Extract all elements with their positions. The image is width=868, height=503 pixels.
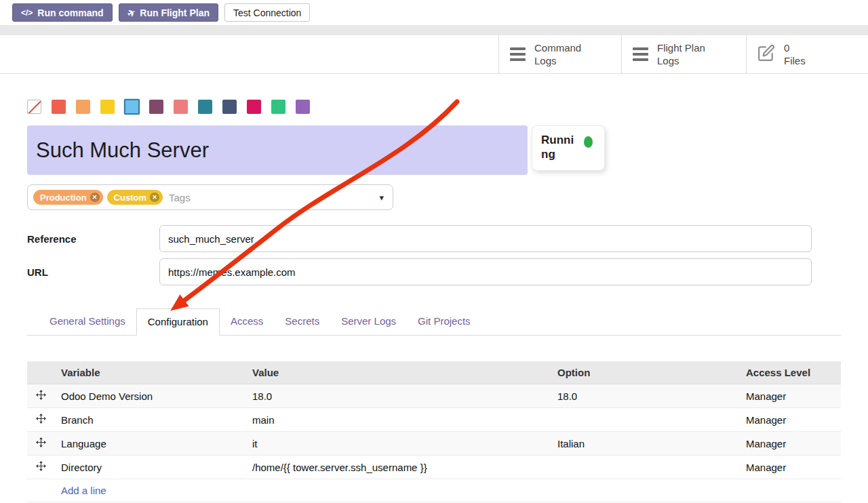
- menu-icon: [633, 47, 648, 61]
- configuration-table: VariableValueOptionAccess Level Odoo Dem…: [27, 361, 841, 502]
- empty-cell: [27, 479, 54, 502]
- add-line-row: Add a line: [27, 479, 841, 502]
- code-icon: </>: [21, 8, 33, 18]
- color-swatch-salmon[interactable]: [174, 100, 188, 114]
- tab-configuration[interactable]: Configuration: [136, 308, 220, 336]
- stat-label: Flight PlanLogs: [657, 41, 705, 68]
- title-row: Such Much Server Running: [27, 125, 841, 175]
- tags-placeholder: Tags: [169, 192, 191, 203]
- color-swatch-teal[interactable]: [198, 100, 212, 114]
- cell-variable[interactable]: Language: [54, 432, 245, 456]
- stat-button-flight-plan-logs[interactable]: Flight PlanLogs: [621, 35, 746, 73]
- configuration-table-wrap: VariableValueOptionAccess Level Odoo Dem…: [27, 361, 841, 502]
- table-header: VariableValueOptionAccess Level: [27, 361, 841, 384]
- form-sheet: Such Much Server Running Production✕Cust…: [0, 100, 868, 502]
- color-swatch-light-blue[interactable]: [124, 99, 140, 115]
- server-name-input[interactable]: Such Much Server: [27, 125, 528, 175]
- stat-label: CommandLogs: [534, 41, 581, 68]
- field-label-url: URL: [27, 266, 159, 278]
- tab-access[interactable]: Access: [220, 308, 274, 335]
- field-row-reference: Reference: [27, 225, 841, 252]
- cell-option[interactable]: [551, 408, 739, 432]
- tags-field[interactable]: Production✕Custom✕ Tags ▾: [27, 184, 393, 210]
- drag-handle-icon[interactable]: [27, 432, 54, 456]
- run-flight-plan-button[interactable]: ✈ Run Flight Plan: [119, 3, 218, 22]
- tag-production[interactable]: Production✕: [33, 190, 103, 205]
- cell-access_level[interactable]: Manager: [739, 456, 841, 479]
- cell-value[interactable]: /home/{{ tower.server.ssh_username }}: [245, 456, 551, 479]
- header-stat-buttons: CommandLogsFlight PlanLogs0Files: [498, 35, 868, 73]
- color-swatch-orange[interactable]: [76, 100, 90, 114]
- run-command-button[interactable]: </> Run command: [12, 3, 113, 22]
- tab-server-logs[interactable]: Server Logs: [330, 308, 407, 335]
- table-header-variable: Variable: [54, 361, 245, 384]
- table-header-handle: [27, 361, 54, 384]
- plane-icon: ✈: [125, 6, 138, 20]
- cell-value[interactable]: 18.0: [245, 384, 551, 408]
- drag-handle-icon[interactable]: [27, 408, 54, 432]
- status-dot-icon: [584, 136, 593, 148]
- cell-variable[interactable]: Directory: [54, 456, 245, 479]
- table-header-option: Option: [551, 361, 739, 384]
- cell-option[interactable]: Italian: [551, 432, 739, 456]
- tag-label: Production: [40, 193, 87, 203]
- record-header-bar: CommandLogsFlight PlanLogs0Files: [0, 35, 868, 74]
- stat-button-command-logs[interactable]: CommandLogs: [498, 35, 621, 73]
- field-input-url[interactable]: [159, 258, 812, 285]
- cell-option[interactable]: 18.0: [551, 384, 739, 408]
- color-swatch-purple[interactable]: [296, 100, 310, 114]
- table-row-branch: BranchmainManager: [27, 408, 841, 432]
- table-row-directory: Directory/home/{{ tower.server.ssh_usern…: [27, 456, 841, 479]
- cell-access_level[interactable]: Manager: [739, 408, 841, 432]
- notebook-tabs: General SettingsConfigurationAccessSecre…: [27, 308, 841, 336]
- cell-value[interactable]: it: [245, 432, 551, 456]
- tag-custom[interactable]: Custom✕: [107, 190, 163, 205]
- separator-strip: [0, 25, 868, 35]
- table-header-value: Value: [245, 361, 551, 384]
- color-picker: [27, 100, 841, 114]
- color-swatch-green[interactable]: [271, 100, 285, 114]
- cell-access_level[interactable]: Manager: [739, 432, 841, 456]
- test-connection-button[interactable]: Test Connection: [224, 3, 310, 22]
- color-swatch-none[interactable]: [27, 100, 41, 114]
- drag-handle-icon[interactable]: [27, 384, 54, 408]
- edit-icon: [757, 44, 775, 64]
- color-swatch-red[interactable]: [52, 100, 66, 114]
- test-connection-label: Test Connection: [233, 7, 301, 18]
- menu-icon: [510, 47, 526, 61]
- tag-remove-icon[interactable]: ✕: [150, 193, 159, 202]
- tab-secrets[interactable]: Secrets: [274, 308, 330, 335]
- cell-option[interactable]: [551, 456, 739, 479]
- status-widget[interactable]: Running: [532, 125, 605, 171]
- run-flight-plan-label: Run Flight Plan: [140, 7, 210, 18]
- drag-handle-icon[interactable]: [27, 456, 54, 479]
- cell-variable[interactable]: Odoo Demo Version: [54, 384, 245, 408]
- color-swatch-magenta[interactable]: [247, 100, 261, 114]
- color-swatch-dark-purple[interactable]: [149, 100, 163, 114]
- table-header-access-level: Access Level: [739, 361, 841, 384]
- tags-list: Production✕Custom✕: [33, 190, 163, 205]
- table-body: Odoo Demo Version18.018.0ManagerBranchma…: [27, 384, 841, 479]
- chevron-down-icon[interactable]: ▾: [379, 193, 384, 203]
- tag-label: Custom: [114, 193, 146, 203]
- top-toolbar: </> Run command ✈ Run Flight Plan Test C…: [0, 0, 868, 25]
- add-line-link[interactable]: Add a line: [61, 485, 106, 496]
- record-fields: ReferenceURL: [27, 225, 841, 285]
- tag-remove-icon[interactable]: ✕: [90, 193, 100, 202]
- cell-value[interactable]: main: [245, 408, 551, 432]
- status-label: Running: [541, 133, 579, 162]
- run-command-label: Run command: [37, 7, 103, 18]
- tab-git-projects[interactable]: Git Projects: [407, 308, 481, 335]
- table-row-language: LanguageitItalianManager: [27, 432, 841, 456]
- cell-access_level[interactable]: Manager: [739, 384, 841, 408]
- field-input-reference[interactable]: [159, 225, 812, 252]
- color-swatch-yellow[interactable]: [100, 100, 115, 114]
- field-label-reference: Reference: [27, 233, 159, 245]
- stat-label: 0Files: [784, 41, 806, 68]
- field-row-url: URL: [27, 258, 841, 285]
- cell-variable[interactable]: Branch: [54, 408, 245, 432]
- stat-button-files[interactable]: 0Files: [746, 35, 868, 73]
- color-swatch-navy[interactable]: [222, 100, 237, 114]
- tab-general-settings[interactable]: General Settings: [39, 308, 136, 335]
- table-row-odoo-demo-version: Odoo Demo Version18.018.0Manager: [27, 384, 841, 408]
